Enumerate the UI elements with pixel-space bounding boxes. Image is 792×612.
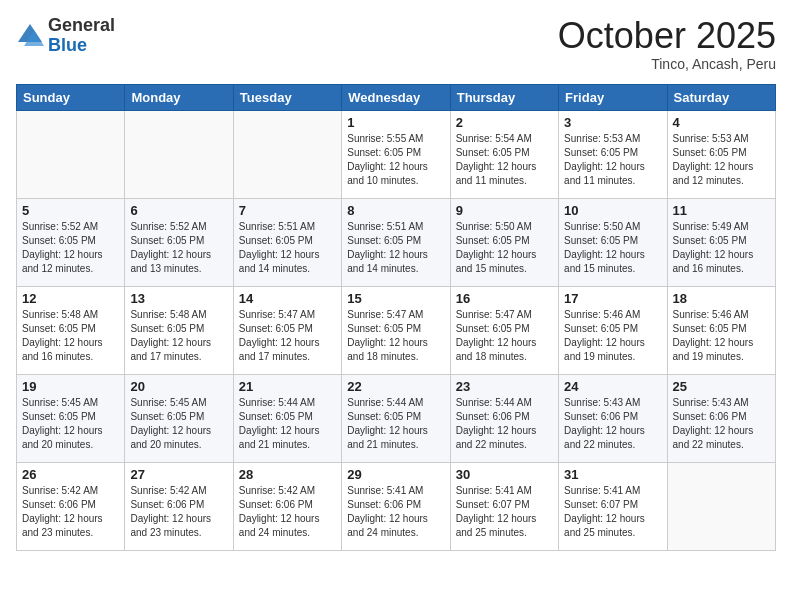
calendar-cell: 14Sunrise: 5:47 AM Sunset: 6:05 PM Dayli…: [233, 286, 341, 374]
calendar-cell: 27Sunrise: 5:42 AM Sunset: 6:06 PM Dayli…: [125, 462, 233, 550]
day-info: Sunrise: 5:44 AM Sunset: 6:05 PM Dayligh…: [347, 396, 444, 452]
day-number: 29: [347, 467, 444, 482]
calendar-cell: 22Sunrise: 5:44 AM Sunset: 6:05 PM Dayli…: [342, 374, 450, 462]
day-info: Sunrise: 5:41 AM Sunset: 6:07 PM Dayligh…: [564, 484, 661, 540]
day-number: 24: [564, 379, 661, 394]
day-number: 28: [239, 467, 336, 482]
day-info: Sunrise: 5:43 AM Sunset: 6:06 PM Dayligh…: [673, 396, 770, 452]
calendar-cell: 12Sunrise: 5:48 AM Sunset: 6:05 PM Dayli…: [17, 286, 125, 374]
day-info: Sunrise: 5:44 AM Sunset: 6:05 PM Dayligh…: [239, 396, 336, 452]
day-info: Sunrise: 5:52 AM Sunset: 6:05 PM Dayligh…: [130, 220, 227, 276]
day-info: Sunrise: 5:46 AM Sunset: 6:05 PM Dayligh…: [564, 308, 661, 364]
day-number: 2: [456, 115, 553, 130]
logo: General Blue: [16, 16, 115, 56]
calendar-cell: 19Sunrise: 5:45 AM Sunset: 6:05 PM Dayli…: [17, 374, 125, 462]
day-number: 7: [239, 203, 336, 218]
day-number: 15: [347, 291, 444, 306]
calendar-cell: 8Sunrise: 5:51 AM Sunset: 6:05 PM Daylig…: [342, 198, 450, 286]
location: Tinco, Ancash, Peru: [558, 56, 776, 72]
calendar-cell: 24Sunrise: 5:43 AM Sunset: 6:06 PM Dayli…: [559, 374, 667, 462]
weekday-header-thursday: Thursday: [450, 84, 558, 110]
calendar-week-3: 12Sunrise: 5:48 AM Sunset: 6:05 PM Dayli…: [17, 286, 776, 374]
calendar-cell: [17, 110, 125, 198]
day-number: 27: [130, 467, 227, 482]
day-number: 8: [347, 203, 444, 218]
weekday-header-wednesday: Wednesday: [342, 84, 450, 110]
day-info: Sunrise: 5:55 AM Sunset: 6:05 PM Dayligh…: [347, 132, 444, 188]
weekday-header-saturday: Saturday: [667, 84, 775, 110]
day-number: 5: [22, 203, 119, 218]
weekday-header-tuesday: Tuesday: [233, 84, 341, 110]
weekday-row: SundayMondayTuesdayWednesdayThursdayFrid…: [17, 84, 776, 110]
day-info: Sunrise: 5:42 AM Sunset: 6:06 PM Dayligh…: [130, 484, 227, 540]
day-info: Sunrise: 5:53 AM Sunset: 6:05 PM Dayligh…: [564, 132, 661, 188]
calendar-body: 1Sunrise: 5:55 AM Sunset: 6:05 PM Daylig…: [17, 110, 776, 550]
day-info: Sunrise: 5:42 AM Sunset: 6:06 PM Dayligh…: [22, 484, 119, 540]
day-number: 19: [22, 379, 119, 394]
calendar-cell: 17Sunrise: 5:46 AM Sunset: 6:05 PM Dayli…: [559, 286, 667, 374]
day-info: Sunrise: 5:48 AM Sunset: 6:05 PM Dayligh…: [130, 308, 227, 364]
day-info: Sunrise: 5:42 AM Sunset: 6:06 PM Dayligh…: [239, 484, 336, 540]
calendar-cell: 15Sunrise: 5:47 AM Sunset: 6:05 PM Dayli…: [342, 286, 450, 374]
day-number: 14: [239, 291, 336, 306]
title-block: October 2025 Tinco, Ancash, Peru: [558, 16, 776, 72]
day-number: 9: [456, 203, 553, 218]
logo-general: General: [48, 15, 115, 35]
day-number: 4: [673, 115, 770, 130]
day-info: Sunrise: 5:43 AM Sunset: 6:06 PM Dayligh…: [564, 396, 661, 452]
calendar-cell: 6Sunrise: 5:52 AM Sunset: 6:05 PM Daylig…: [125, 198, 233, 286]
weekday-header-monday: Monday: [125, 84, 233, 110]
day-info: Sunrise: 5:49 AM Sunset: 6:05 PM Dayligh…: [673, 220, 770, 276]
day-number: 16: [456, 291, 553, 306]
day-info: Sunrise: 5:47 AM Sunset: 6:05 PM Dayligh…: [239, 308, 336, 364]
day-number: 31: [564, 467, 661, 482]
calendar-week-4: 19Sunrise: 5:45 AM Sunset: 6:05 PM Dayli…: [17, 374, 776, 462]
weekday-header-sunday: Sunday: [17, 84, 125, 110]
day-number: 10: [564, 203, 661, 218]
calendar: SundayMondayTuesdayWednesdayThursdayFrid…: [16, 84, 776, 551]
calendar-cell: 20Sunrise: 5:45 AM Sunset: 6:05 PM Dayli…: [125, 374, 233, 462]
month-title: October 2025: [558, 16, 776, 56]
day-info: Sunrise: 5:51 AM Sunset: 6:05 PM Dayligh…: [239, 220, 336, 276]
day-info: Sunrise: 5:45 AM Sunset: 6:05 PM Dayligh…: [22, 396, 119, 452]
calendar-cell: 13Sunrise: 5:48 AM Sunset: 6:05 PM Dayli…: [125, 286, 233, 374]
day-number: 1: [347, 115, 444, 130]
calendar-cell: 1Sunrise: 5:55 AM Sunset: 6:05 PM Daylig…: [342, 110, 450, 198]
calendar-cell: 31Sunrise: 5:41 AM Sunset: 6:07 PM Dayli…: [559, 462, 667, 550]
day-info: Sunrise: 5:51 AM Sunset: 6:05 PM Dayligh…: [347, 220, 444, 276]
calendar-cell: [125, 110, 233, 198]
calendar-cell: 28Sunrise: 5:42 AM Sunset: 6:06 PM Dayli…: [233, 462, 341, 550]
calendar-week-1: 1Sunrise: 5:55 AM Sunset: 6:05 PM Daylig…: [17, 110, 776, 198]
day-info: Sunrise: 5:50 AM Sunset: 6:05 PM Dayligh…: [456, 220, 553, 276]
day-info: Sunrise: 5:47 AM Sunset: 6:05 PM Dayligh…: [347, 308, 444, 364]
calendar-week-5: 26Sunrise: 5:42 AM Sunset: 6:06 PM Dayli…: [17, 462, 776, 550]
day-number: 3: [564, 115, 661, 130]
day-number: 26: [22, 467, 119, 482]
day-number: 30: [456, 467, 553, 482]
day-info: Sunrise: 5:54 AM Sunset: 6:05 PM Dayligh…: [456, 132, 553, 188]
day-number: 22: [347, 379, 444, 394]
day-number: 12: [22, 291, 119, 306]
day-number: 17: [564, 291, 661, 306]
calendar-cell: 9Sunrise: 5:50 AM Sunset: 6:05 PM Daylig…: [450, 198, 558, 286]
calendar-cell: 3Sunrise: 5:53 AM Sunset: 6:05 PM Daylig…: [559, 110, 667, 198]
day-info: Sunrise: 5:48 AM Sunset: 6:05 PM Dayligh…: [22, 308, 119, 364]
logo-icon: [16, 22, 44, 50]
calendar-cell: 5Sunrise: 5:52 AM Sunset: 6:05 PM Daylig…: [17, 198, 125, 286]
calendar-header: SundayMondayTuesdayWednesdayThursdayFrid…: [17, 84, 776, 110]
day-info: Sunrise: 5:41 AM Sunset: 6:07 PM Dayligh…: [456, 484, 553, 540]
day-number: 11: [673, 203, 770, 218]
page-header: General Blue October 2025 Tinco, Ancash,…: [16, 16, 776, 72]
calendar-cell: 26Sunrise: 5:42 AM Sunset: 6:06 PM Dayli…: [17, 462, 125, 550]
day-info: Sunrise: 5:46 AM Sunset: 6:05 PM Dayligh…: [673, 308, 770, 364]
day-info: Sunrise: 5:53 AM Sunset: 6:05 PM Dayligh…: [673, 132, 770, 188]
day-info: Sunrise: 5:44 AM Sunset: 6:06 PM Dayligh…: [456, 396, 553, 452]
calendar-cell: 29Sunrise: 5:41 AM Sunset: 6:06 PM Dayli…: [342, 462, 450, 550]
calendar-cell: [233, 110, 341, 198]
calendar-cell: 23Sunrise: 5:44 AM Sunset: 6:06 PM Dayli…: [450, 374, 558, 462]
day-info: Sunrise: 5:41 AM Sunset: 6:06 PM Dayligh…: [347, 484, 444, 540]
day-number: 13: [130, 291, 227, 306]
calendar-cell: 21Sunrise: 5:44 AM Sunset: 6:05 PM Dayli…: [233, 374, 341, 462]
calendar-cell: 10Sunrise: 5:50 AM Sunset: 6:05 PM Dayli…: [559, 198, 667, 286]
calendar-cell: 16Sunrise: 5:47 AM Sunset: 6:05 PM Dayli…: [450, 286, 558, 374]
